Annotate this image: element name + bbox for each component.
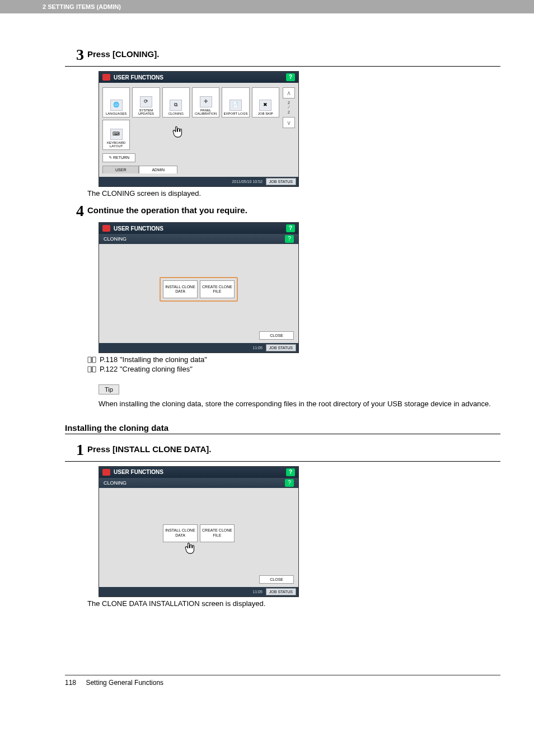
page-content: 3 Press [CLONING]. USER FUNCTIONS ? 🌐LAN… bbox=[0, 13, 534, 698]
section-heading: Installing the cloning data bbox=[65, 423, 500, 434]
title-icon bbox=[102, 74, 110, 81]
job-skip-button[interactable]: ✖JOB SKIP bbox=[252, 87, 279, 118]
title-icon bbox=[102, 469, 110, 476]
job-status-button[interactable]: JOB STATUS bbox=[266, 588, 296, 595]
page-down-button[interactable]: ∨ bbox=[283, 117, 295, 128]
screen-body: INSTALL CLONE DATA CREATE CLONE FILE bbox=[99, 244, 298, 328]
admin-tab[interactable]: ADMIN bbox=[139, 166, 177, 173]
screen-title: USER FUNCTIONS bbox=[114, 469, 163, 475]
create-clone-file-button[interactable]: CREATE CLONE FILE bbox=[200, 280, 235, 298]
pointer-hand-icon bbox=[171, 125, 185, 140]
tab-row: USER ADMIN bbox=[102, 166, 295, 173]
pager: ∧ 2⁄2 ∨ bbox=[283, 87, 295, 150]
page-number: 118 bbox=[65, 679, 76, 687]
cloning-button[interactable]: ⧉CLONING bbox=[162, 87, 190, 118]
page-up-button[interactable]: ∧ bbox=[283, 87, 295, 98]
step-1: 1 Press [INSTALL CLONE DATA]. bbox=[65, 442, 500, 458]
job-status-button[interactable]: JOB STATUS bbox=[266, 344, 296, 351]
page-indicator: 2⁄2 bbox=[288, 101, 290, 115]
tip-label: Tip bbox=[99, 384, 119, 395]
timestamp: 11:05 bbox=[252, 346, 263, 350]
screen-title: USER FUNCTIONS bbox=[114, 74, 163, 81]
step3-result: The CLONING screen is displayed. bbox=[87, 189, 500, 198]
book-icon bbox=[87, 356, 96, 363]
screen-footer: 11:05 JOB STATUS bbox=[99, 343, 298, 353]
cloning-screen-2: USER FUNCTIONS ? CLONING ? INSTALL CLONE… bbox=[99, 466, 299, 597]
chapter-header: 2 SETTING ITEMS (ADMIN) bbox=[0, 0, 534, 13]
screen-title: USER FUNCTIONS bbox=[114, 226, 163, 232]
keyboard-layout-button[interactable]: ⌨KEYBOARD LAYOUT bbox=[102, 120, 130, 150]
screen-titlebar: USER FUNCTIONS ? bbox=[99, 223, 298, 234]
step-number: 3 bbox=[65, 47, 84, 63]
icon-grid: 🌐LANGUAGES ⟳SYSTEM UPDATES ⧉CLONING ✛PAN… bbox=[102, 87, 279, 150]
user-functions-screen: USER FUNCTIONS ? 🌐LANGUAGES ⟳SYSTEM UPDA… bbox=[99, 71, 299, 187]
footer-chapter: Setting General Functions bbox=[86, 679, 163, 687]
step-number: 1 bbox=[65, 442, 84, 458]
screen-body: 🌐LANGUAGES ⟳SYSTEM UPDATES ⧉CLONING ✛PAN… bbox=[99, 83, 298, 177]
help-icon[interactable]: ? bbox=[286, 224, 295, 232]
help-icon[interactable]: ? bbox=[285, 479, 294, 487]
highlight-frame: INSTALL CLONE DATA CREATE CLONE FILE bbox=[160, 277, 238, 302]
step-title: Continue the operation that you require. bbox=[87, 203, 500, 215]
help-icon[interactable]: ? bbox=[286, 468, 295, 476]
help-icon[interactable]: ? bbox=[285, 235, 294, 243]
panel-calibration-button[interactable]: ✛PANEL CALIBRATION bbox=[192, 87, 219, 118]
timestamp: 11:05 bbox=[252, 590, 263, 594]
screen-subtitle: CLONING ? bbox=[99, 478, 298, 488]
system-updates-button[interactable]: ⟳SYSTEM UPDATES bbox=[132, 87, 160, 118]
crossref-1: P.118 "Installing the cloning data" bbox=[87, 355, 500, 364]
step-title: Press [INSTALL CLONE DATA]. bbox=[87, 442, 500, 454]
install-clone-data-button[interactable]: INSTALL CLONE DATA bbox=[163, 280, 198, 298]
screen-footer: 2011/05/10 10:52 JOB STATUS bbox=[99, 177, 298, 186]
step1-result: The CLONE DATA INSTALLATION screen is di… bbox=[87, 599, 500, 608]
cloning-screen: USER FUNCTIONS ? CLONING ? INSTALL CLONE… bbox=[99, 222, 299, 353]
step-number: 4 bbox=[65, 203, 84, 219]
close-row: CLOSE bbox=[99, 328, 298, 343]
page-footer: 118 Setting General Functions bbox=[65, 675, 500, 687]
screen-footer: 11:05 JOB STATUS bbox=[99, 587, 298, 597]
user-tab[interactable]: USER bbox=[102, 166, 139, 173]
book-icon bbox=[87, 366, 96, 373]
close-row: CLOSE bbox=[99, 572, 298, 587]
screen-subtitle: CLONING ? bbox=[99, 234, 298, 244]
step-title: Press [CLONING]. bbox=[87, 47, 500, 59]
close-button[interactable]: CLOSE bbox=[259, 575, 294, 584]
timestamp: 2011/05/10 10:52 bbox=[232, 180, 263, 184]
pointer-hand-icon bbox=[183, 542, 198, 556]
crossref-2: P.122 "Creating cloning files" bbox=[87, 365, 500, 373]
tip-body: When installing the cloning data, store … bbox=[99, 399, 500, 410]
step-4: 4 Continue the operation that you requir… bbox=[65, 203, 500, 219]
install-clone-data-button[interactable]: INSTALL CLONE DATA bbox=[163, 524, 198, 542]
return-button[interactable]: ↰ RETURN bbox=[102, 153, 135, 162]
step-3: 3 Press [CLONING]. bbox=[65, 47, 500, 63]
export-logs-button[interactable]: 📄EXPORT LOGS bbox=[222, 87, 249, 118]
create-clone-file-button[interactable]: CREATE CLONE FILE bbox=[200, 524, 235, 542]
help-icon[interactable]: ? bbox=[286, 73, 295, 81]
close-button[interactable]: CLOSE bbox=[259, 331, 294, 340]
job-status-button[interactable]: JOB STATUS bbox=[266, 178, 296, 185]
screen-titlebar: USER FUNCTIONS ? bbox=[99, 72, 298, 83]
screen-body: INSTALL CLONE DATA CREATE CLONE FILE bbox=[99, 488, 298, 572]
screen-titlebar: USER FUNCTIONS ? bbox=[99, 467, 298, 478]
title-icon bbox=[102, 225, 110, 232]
languages-button[interactable]: 🌐LANGUAGES bbox=[102, 87, 130, 118]
